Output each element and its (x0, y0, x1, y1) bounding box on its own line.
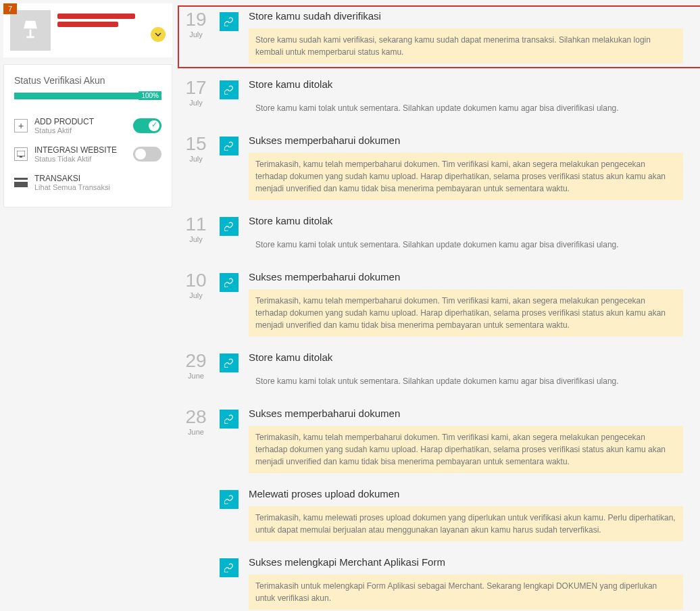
timeline-item: 19July Store kamu sudah diverifikasi Sto… (182, 10, 697, 64)
profile-name-redacted (57, 10, 144, 30)
date-day: 19 (182, 10, 209, 29)
timeline-content: Sukses melengkapi Merchant Aplikasi Form… (249, 556, 697, 610)
timeline-title: Store kamu sudah diverifikasi (249, 10, 683, 22)
link-icon-box[interactable] (220, 12, 239, 31)
timeline: 19July Store kamu sudah diverifikasi Sto… (182, 3, 697, 611)
timeline-title: Store kamu ditolak (249, 78, 683, 90)
timeline-description: Terimakasih untuk melengkapi Form Aplika… (249, 575, 683, 610)
timeline-item: 29June Store kamu ditolak Store kamu kam… (182, 351, 697, 393)
date-day: 10 (182, 271, 209, 290)
svg-rect-0 (17, 151, 25, 156)
timeline-item: 28June Sukses memperbaharui dokumen Teri… (182, 408, 697, 473)
timeline-title: Store kamu ditolak (249, 351, 683, 363)
link-icon-box[interactable] (220, 490, 239, 509)
link-icon (224, 222, 234, 231)
svg-rect-1 (20, 156, 22, 157)
highlighted-timeline-item: 19July Store kamu sudah diverifikasi Sto… (178, 5, 700, 68)
expand-button[interactable] (151, 27, 166, 42)
date-column: 29June (182, 351, 209, 380)
timeline-content: Sukses memperbaharui dokumen Terimakasih… (249, 135, 697, 200)
timeline-content: Store kamu ditolak Store kamu kami tolak… (249, 78, 697, 120)
date-month: July (182, 291, 209, 299)
timeline-description: Terimakasih, kamu telah memperbaharui do… (249, 289, 683, 337)
link-icon (224, 563, 234, 572)
status-card: Status Verifikasi Akun 100% +ADD PRODUCT… (3, 64, 172, 207)
timeline-content: Store kamu ditolak Store kamu kami tolak… (249, 215, 697, 256)
profile-card: 7 (3, 3, 172, 57)
progress-bar: 100% (14, 93, 161, 99)
avatar (10, 10, 51, 51)
timeline-content: Melewati proses upload dokumen Terimakas… (249, 488, 697, 541)
sidebar-item-integrasi-website[interactable]: INTEGRASI WEBSITEStatus Tidak Aktif (14, 140, 161, 168)
timeline-content: Store kamu sudah diverifikasi Store kamu… (249, 10, 697, 64)
timeline-content: Sukses memperbaharui dokumen Terimakasih… (249, 271, 697, 337)
date-month: June (182, 372, 209, 380)
sidebar-item-add-product[interactable]: +ADD PRODUCTStatus Aktif (14, 112, 161, 140)
sidebar: 7 Status Verifikasi Akun 100% +ADD PRODU… (3, 3, 172, 611)
menu-item-sub: Status Aktif (34, 126, 126, 135)
toggle-switch[interactable] (133, 118, 161, 133)
timeline-title: Sukses melengkapi Merchant Aplikasi Form (249, 556, 683, 568)
link-icon-box[interactable] (220, 410, 239, 429)
plus-icon: + (14, 119, 28, 132)
link-icon-box[interactable] (220, 217, 239, 236)
timeline-title: Sukses memperbaharui dokumen (249, 271, 683, 283)
timeline-content: Store kamu ditolak Store kamu kami tolak… (249, 351, 697, 393)
notification-badge[interactable]: 7 (3, 3, 17, 14)
link-icon-box[interactable] (220, 273, 239, 292)
timeline-description: Store kamu kami tolak untuk sementara. S… (249, 233, 683, 256)
toggle-switch[interactable] (133, 147, 161, 162)
date-month: June (182, 428, 209, 436)
menu-item-title: TRANSAKSI (34, 174, 161, 183)
date-day: 17 (182, 78, 209, 97)
card-icon (14, 178, 28, 187)
chevron-down-icon (155, 31, 161, 38)
link-icon (224, 85, 234, 95)
date-day: 28 (182, 408, 209, 426)
timeline-description: Terimakasih, kamu telah memperbaharui do… (249, 153, 683, 200)
date-day: 11 (182, 215, 209, 234)
timeline-item: 11July Store kamu ditolak Store kamu kam… (182, 215, 697, 256)
monitor-icon (14, 147, 28, 161)
lamp-icon (19, 19, 42, 42)
date-month: July (182, 235, 209, 243)
link-icon (224, 278, 234, 287)
timeline-title: Store kamu ditolak (249, 215, 683, 226)
date-column: 19July (182, 10, 209, 39)
link-icon (224, 495, 234, 504)
timeline-content: Sukses memperbaharui dokumen Terimakasih… (249, 408, 697, 473)
link-icon (224, 17, 234, 26)
menu-item-title: INTEGRASI WEBSITE (34, 145, 126, 155)
link-icon-box[interactable] (220, 80, 239, 99)
menu-item-title: ADD PRODUCT (34, 117, 126, 126)
date-day: 29 (182, 351, 209, 370)
timeline-description: Terimakasih, kamu telah memperbaharui do… (249, 426, 683, 473)
date-column: 17July (182, 78, 209, 107)
menu-item-sub: Status Tidak Aktif (34, 155, 126, 163)
link-icon-box[interactable] (220, 558, 239, 577)
sidebar-item-transaksi[interactable]: TRANSAKSILihat Semua Transaksi (14, 168, 161, 197)
progress-label: 100% (139, 91, 161, 100)
date-day: 15 (182, 135, 209, 153)
date-column: 15July (182, 135, 209, 163)
date-month: July (182, 155, 209, 163)
timeline-title: Sukses memperbaharui dokumen (249, 135, 683, 146)
date-column: 28June (182, 408, 209, 436)
date-month: July (182, 30, 209, 39)
link-icon (224, 141, 234, 151)
link-icon-box[interactable] (220, 353, 239, 372)
timeline-description: Store kamu kami tolak untuk sementara. S… (249, 97, 683, 120)
timeline-title: Melewati proses upload dokumen (249, 488, 683, 499)
timeline-item: 15July Sukses memperbaharui dokumen Teri… (182, 135, 697, 200)
timeline-item: 17July Store kamu ditolak Store kamu kam… (182, 78, 697, 120)
date-column: 11July (182, 215, 209, 243)
timeline-title: Sukses memperbaharui dokumen (249, 408, 683, 419)
link-icon-box[interactable] (220, 137, 239, 155)
timeline-item: 10July Sukses memperbaharui dokumen Teri… (182, 271, 697, 337)
status-title: Status Verifikasi Akun (14, 75, 161, 86)
timeline-item: Sukses melengkapi Merchant Aplikasi Form… (182, 556, 697, 610)
menu-item-sub: Lihat Semua Transaksi (34, 183, 161, 191)
link-icon (224, 358, 234, 368)
timeline-description: Store kamu sudah kami verifikasi, sekara… (249, 28, 683, 64)
timeline-item: Melewati proses upload dokumen Terimakas… (182, 488, 697, 541)
